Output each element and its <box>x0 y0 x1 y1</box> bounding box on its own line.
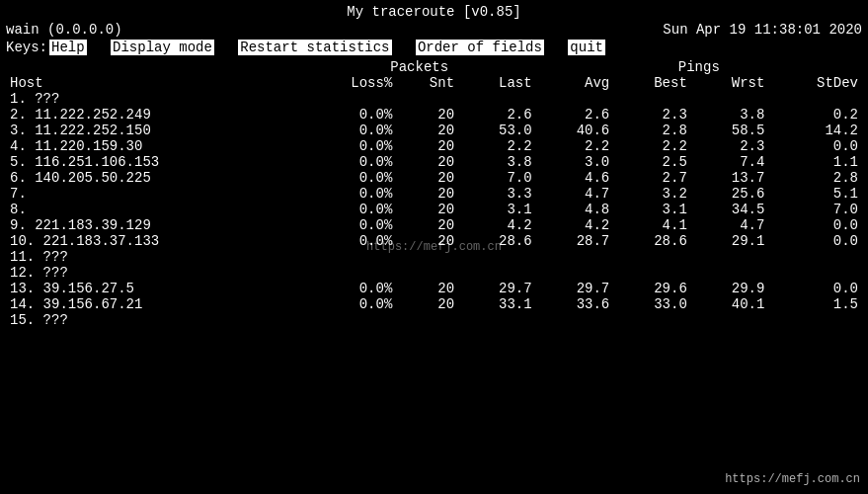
row-avg: 4.8 <box>536 202 614 217</box>
col-wrst: Wrst <box>691 75 769 91</box>
table-row: 1. ??? <box>6 91 862 107</box>
table-row: 13. 39.156.27.50.0%2029.729.729.629.90.0 <box>6 281 862 296</box>
row-host: 5. 116.251.106.153 <box>6 154 303 170</box>
row-snt: 20 <box>396 107 458 123</box>
row-best: 2.8 <box>613 123 691 138</box>
row-loss <box>303 265 396 281</box>
col-host: Host <box>6 75 303 91</box>
row-stdev: 0.2 <box>768 107 862 123</box>
watermark-bottom: https://mefj.com.cn <box>725 472 860 486</box>
row-stdev <box>768 265 862 281</box>
row-loss: 0.0% <box>303 154 396 170</box>
col-best: Best <box>613 75 691 91</box>
row-stdev: 5.1 <box>768 186 862 202</box>
row-wrst: 7.4 <box>691 154 769 170</box>
row-snt: 20 <box>396 296 458 312</box>
terminal: My traceroute [v0.85] wain (0.0.0.0) Sun… <box>0 0 868 494</box>
row-last: 4.2 <box>458 217 536 233</box>
help-key[interactable]: Help <box>49 40 87 55</box>
row-wrst: 3.8 <box>691 107 769 123</box>
row-avg: 3.0 <box>536 154 614 170</box>
table-row: 12. ??? <box>6 265 862 281</box>
row-best <box>613 312 691 328</box>
row-loss: 0.0% <box>303 202 396 217</box>
row-snt: 20 <box>396 138 458 154</box>
row-avg: 40.6 <box>536 123 614 138</box>
row-last: 29.7 <box>458 281 536 296</box>
pings-section: Pings <box>536 59 862 75</box>
row-loss: 0.0% <box>303 170 396 186</box>
row-best: 3.1 <box>613 202 691 217</box>
table-row: 2. 11.222.252.2490.0%202.62.62.33.80.2 <box>6 107 862 123</box>
row-last: 7.0 <box>458 170 536 186</box>
row-avg: 4.6 <box>536 170 614 186</box>
row-best: 28.6 <box>613 233 691 249</box>
row-wrst: 13.7 <box>691 170 769 186</box>
table-row: 7. 0.0%203.34.73.225.65.1 <box>6 186 862 202</box>
row-snt <box>396 312 458 328</box>
row-best: 29.6 <box>613 281 691 296</box>
row-loss <box>303 91 396 107</box>
row-best <box>613 91 691 107</box>
row-snt <box>396 265 458 281</box>
row-loss: 0.0% <box>303 123 396 138</box>
row-wrst: 4.7 <box>691 217 769 233</box>
row-stdev <box>768 249 862 265</box>
order-of-fields-key[interactable]: Order of fields <box>416 40 544 55</box>
row-snt: 20 <box>396 186 458 202</box>
row-last: 3.3 <box>458 186 536 202</box>
row-wrst: 29.1 <box>691 233 769 249</box>
row-avg: 29.7 <box>536 281 614 296</box>
row-snt: 20 <box>396 154 458 170</box>
row-stdev: 7.0 <box>768 202 862 217</box>
row-loss: 0.0% <box>303 138 396 154</box>
row-best: 2.2 <box>613 138 691 154</box>
row-last: 3.8 <box>458 154 536 170</box>
table-row: 15. ??? <box>6 312 862 328</box>
row-host: 13. 39.156.27.5 <box>6 281 303 296</box>
row-snt: 20 <box>396 123 458 138</box>
info-bar: wain (0.0.0.0) Sun Apr 19 11:38:01 2020 <box>6 22 862 38</box>
row-wrst <box>691 249 769 265</box>
restart-statistics-key[interactable]: Restart statistics <box>238 40 391 55</box>
row-best <box>613 265 691 281</box>
col-last: Last <box>458 75 536 91</box>
row-avg <box>536 265 614 281</box>
row-wrst <box>691 91 769 107</box>
row-last: 2.2 <box>458 138 536 154</box>
packets-section: Packets <box>303 59 536 75</box>
row-host: 3. 11.222.252.150 <box>6 123 303 138</box>
row-loss: 0.0% <box>303 281 396 296</box>
row-last: 3.1 <box>458 202 536 217</box>
row-wrst: 58.5 <box>691 123 769 138</box>
display-mode-key[interactable]: Display mode <box>111 40 214 55</box>
col-loss: Loss% <box>303 75 396 91</box>
table-row: 6. 140.205.50.2250.0%207.04.62.713.72.8 <box>6 170 862 186</box>
table-row: 9. 221.183.39.1290.0%204.24.24.14.70.0 <box>6 217 862 233</box>
row-host: 12. ??? <box>6 265 303 281</box>
table-row: 4. 11.220.159.300.0%202.22.22.22.30.0 <box>6 138 862 154</box>
row-host: 4. 11.220.159.30 <box>6 138 303 154</box>
row-loss: 0.0% <box>303 217 396 233</box>
row-avg <box>536 312 614 328</box>
quit-key[interactable]: quit <box>568 40 605 55</box>
row-snt: 20 <box>396 170 458 186</box>
row-wrst: 29.9 <box>691 281 769 296</box>
row-host: 11. ??? <box>6 249 303 265</box>
row-snt: 20 <box>396 202 458 217</box>
app-title: My traceroute [v0.85] <box>347 4 520 20</box>
row-stdev: 0.0 <box>768 281 862 296</box>
row-last: 2.6 <box>458 107 536 123</box>
row-host: 10. 221.183.37.133 <box>6 233 303 249</box>
row-host: 8. <box>6 202 303 217</box>
col-snt: Snt <box>396 75 458 91</box>
row-best: 2.5 <box>613 154 691 170</box>
row-stdev: 14.2 <box>768 123 862 138</box>
row-host: 9. 221.183.39.129 <box>6 217 303 233</box>
row-wrst: 25.6 <box>691 186 769 202</box>
row-stdev: 0.0 <box>768 217 862 233</box>
row-avg <box>536 249 614 265</box>
row-wrst: 34.5 <box>691 202 769 217</box>
host-col-spacer <box>6 59 303 75</box>
row-best <box>613 249 691 265</box>
